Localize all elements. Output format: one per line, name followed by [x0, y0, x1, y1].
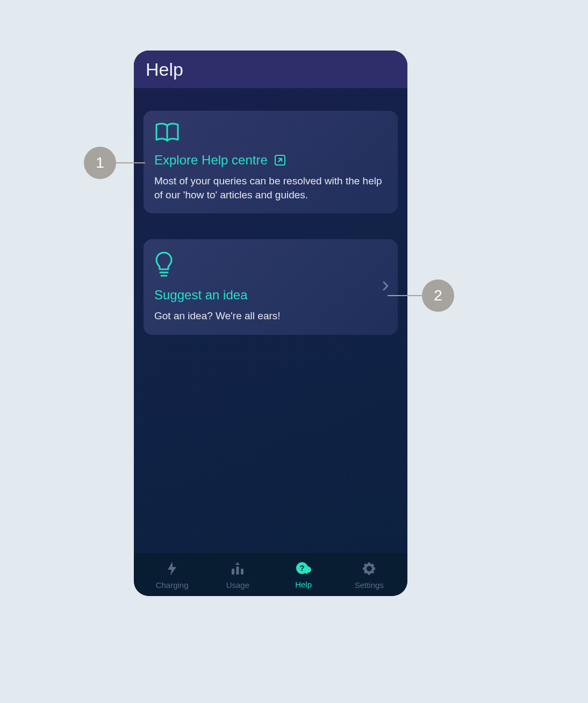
card-description: Got an idea? We're all ears!: [154, 309, 387, 323]
explore-help-centre-card[interactable]: Explore Help centre Most of your queries…: [144, 111, 398, 213]
svg-rect-6: [241, 569, 243, 575]
card-description: Most of your queries can be resolved wit…: [154, 174, 387, 202]
annotation-line-2: [388, 295, 422, 296]
svg-rect-5: [236, 566, 239, 575]
annotation-badge-2: 2: [422, 279, 454, 312]
card-title-row: Suggest an idea: [154, 288, 387, 303]
app-screen: Help Explore Help centre M: [134, 51, 407, 596]
card-title-row: Explore Help centre: [154, 153, 387, 168]
bolt-icon: [166, 561, 178, 578]
annotation-line-1: [116, 162, 145, 163]
svg-point-9: [367, 566, 371, 571]
tab-label: Help: [295, 580, 312, 589]
tab-label: Charging: [156, 580, 189, 590]
tab-charging[interactable]: Charging: [145, 561, 199, 590]
help-icon: ?: [296, 562, 312, 578]
card-title: Suggest an idea: [154, 288, 247, 303]
svg-rect-4: [232, 569, 234, 575]
annotation-badge-1: 1: [84, 147, 116, 179]
tab-settings[interactable]: Settings: [342, 561, 396, 590]
external-link-icon: [274, 154, 286, 166]
tab-help[interactable]: ? Help: [277, 562, 331, 589]
gear-icon: [362, 561, 377, 578]
lightbulb-icon: [154, 251, 387, 280]
tab-label: Usage: [226, 580, 249, 590]
bottom-tab-bar: Charging Usage ? Help: [134, 553, 407, 596]
content-area: Explore Help centre Most of your queries…: [134, 88, 407, 553]
suggest-idea-card[interactable]: Suggest an idea Got an idea? We're all e…: [144, 239, 398, 335]
tab-usage[interactable]: Usage: [211, 561, 264, 590]
card-title: Explore Help centre: [154, 153, 268, 168]
chevron-right-icon: [382, 281, 389, 293]
page-title: Help: [146, 59, 183, 80]
header: Help: [134, 51, 407, 88]
tab-label: Settings: [355, 580, 384, 590]
svg-text:?: ?: [299, 563, 304, 572]
book-icon: [154, 123, 387, 145]
chart-icon: [230, 561, 245, 578]
